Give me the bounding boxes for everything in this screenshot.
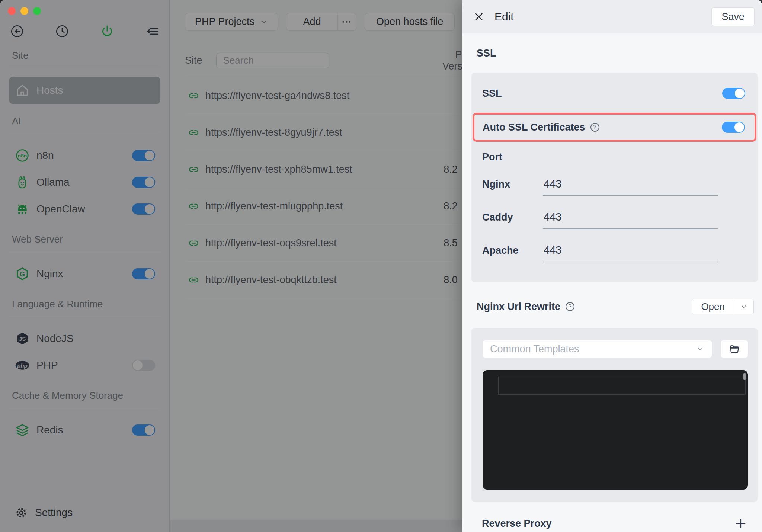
folder-icon xyxy=(729,343,740,355)
port-input-caddy[interactable]: 443 xyxy=(543,211,718,229)
template-row: Common Templates xyxy=(483,340,748,358)
reverse-proxy-heading: Reverse Proxy xyxy=(482,518,552,529)
editor-current-line xyxy=(498,377,746,395)
port-label: Caddy xyxy=(482,212,543,229)
close-icon[interactable] xyxy=(473,11,485,23)
rewrite-heading-label: Nginx Url Rewrite xyxy=(477,301,560,313)
port-rows: Nginx443Caddy443Apache443 xyxy=(471,178,758,262)
drawer-title: Edit xyxy=(494,10,514,23)
auto-ssl-row: Auto SSL Certificates ? xyxy=(474,115,755,140)
drawer-header: Edit Save xyxy=(462,0,762,33)
chevron-down-icon[interactable] xyxy=(734,299,753,314)
editor-scrollbar-thumb[interactable] xyxy=(743,373,746,380)
port-input-nginx[interactable]: 443 xyxy=(543,178,718,196)
reverse-proxy-row: Reverse Proxy xyxy=(471,517,758,530)
open-folder-button[interactable] xyxy=(721,340,748,358)
rewrite-code-editor[interactable] xyxy=(483,370,748,490)
window-minimize-button[interactable] xyxy=(20,7,28,15)
ssl-toggle-label: SSL xyxy=(482,88,502,99)
port-row-caddy: Caddy443 xyxy=(471,211,758,229)
common-templates-select[interactable]: Common Templates xyxy=(483,340,712,358)
ssl-toggle[interactable] xyxy=(722,88,745,99)
auto-ssl-toggle[interactable] xyxy=(722,122,745,133)
question-icon[interactable]: ? xyxy=(566,302,574,311)
ssl-section-heading: SSL xyxy=(477,48,758,59)
rewrite-heading-row: Nginx Url Rewrite ? Open xyxy=(471,299,758,314)
window-zoom-button[interactable] xyxy=(33,7,41,15)
open-button[interactable]: Open xyxy=(692,299,734,314)
port-input-apache[interactable]: 443 xyxy=(543,244,718,262)
port-row-apache: Apache443 xyxy=(471,244,758,262)
port-label: Nginx xyxy=(482,179,543,196)
port-row-nginx: Nginx443 xyxy=(471,178,758,196)
rewrite-heading: Nginx Url Rewrite ? xyxy=(477,301,574,313)
app-window: SiteHostsAIn8nn8nOllamaOpenClawWeb Serve… xyxy=(0,0,762,532)
auto-ssl-highlight-box: Auto SSL Certificates ? xyxy=(473,113,756,142)
ssl-toggle-row: SSL xyxy=(471,74,758,113)
question-icon[interactable]: ? xyxy=(590,123,599,132)
traffic-lights xyxy=(8,7,41,15)
plus-icon[interactable] xyxy=(734,517,747,530)
drawer-body: SSL SSL Auto SSL Certificates ? Port xyxy=(462,33,762,532)
editor-scrollbar-track xyxy=(745,372,745,488)
select-placeholder: Common Templates xyxy=(490,343,579,355)
port-label: Apache xyxy=(482,245,543,262)
save-button[interactable]: Save xyxy=(711,7,755,26)
window-close-button[interactable] xyxy=(8,7,16,15)
edit-drawer: Edit Save SSL SSL Auto SSL Certificates … xyxy=(462,0,762,532)
port-heading: Port xyxy=(482,151,758,163)
open-split-button: Open xyxy=(692,299,754,314)
auto-ssl-label: Auto SSL Certificates xyxy=(483,122,585,133)
chevron-down-icon xyxy=(696,345,704,353)
ssl-port-card: SSL Auto SSL Certificates ? Port Nginx44… xyxy=(471,73,758,282)
rewrite-card: Common Templates xyxy=(471,328,758,502)
